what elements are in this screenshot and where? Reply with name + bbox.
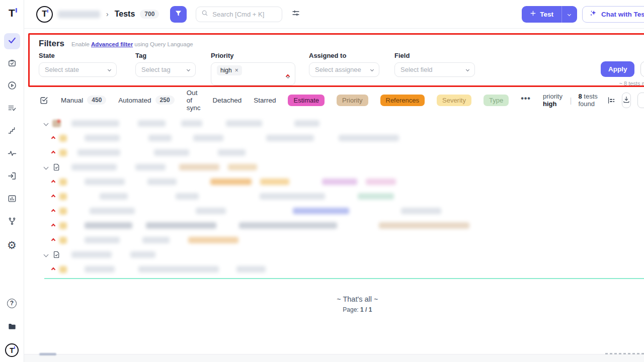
search-input[interactable]: Search [Cmd + K] (196, 7, 282, 22)
tab-automated[interactable]: Automated250 (118, 96, 174, 105)
test-row[interactable] (44, 218, 644, 233)
apply-button[interactable]: Apply (601, 61, 635, 77)
sliders-icon (291, 9, 300, 20)
manual-count-badge: 450 (87, 96, 106, 105)
suite-tag-icon (52, 120, 61, 127)
pulse-icon (7, 148, 17, 160)
priority-high-icon (51, 238, 55, 242)
search-icon (201, 10, 208, 19)
new-test-dropdown-button[interactable] (562, 6, 577, 23)
plus-icon (530, 10, 536, 18)
sidebar-item-docs[interactable] (4, 319, 20, 335)
pill-priority[interactable]: Priority (337, 95, 368, 106)
tests-count-badge: 700 (140, 10, 159, 19)
sidebar-item-tests[interactable] (4, 33, 20, 49)
test-row[interactable] (44, 131, 644, 145)
download-icon (622, 96, 630, 105)
list-toolbar: Manual450 Automated250 Out of sync Detac… (24, 87, 644, 113)
remove-chip-icon[interactable]: × (235, 67, 238, 74)
test-row[interactable] (44, 145, 644, 160)
chevron-down-icon (44, 121, 49, 126)
state-label: State (39, 52, 117, 59)
download-button[interactable] (622, 93, 631, 108)
tab-detached[interactable]: Detached (212, 97, 242, 104)
sidebar-item-help[interactable]: ? (4, 295, 20, 311)
sidebar-item-branches[interactable] (4, 214, 20, 230)
chevron-down-icon (108, 68, 111, 71)
filter-field-field: Field Select field (394, 52, 475, 86)
chevron-down-icon (44, 252, 49, 257)
star-icon-blurred (59, 208, 67, 215)
test-row[interactable] (44, 189, 644, 204)
sidebar-item-runs[interactable] (4, 78, 20, 95)
priority-high-icon (51, 209, 55, 213)
filter-toggle-button[interactable] (170, 6, 187, 23)
tag-select[interactable]: Select tag (135, 62, 196, 77)
pill-estimate[interactable]: Estimate (288, 95, 325, 106)
field-label: Field (394, 52, 475, 59)
new-test-button[interactable]: Test (522, 6, 562, 23)
suite-row[interactable] (44, 116, 644, 131)
priority-high-icon (51, 194, 55, 198)
tab-manual[interactable]: Manual450 (61, 96, 106, 105)
bottom-strip (24, 354, 644, 362)
test-row[interactable] (44, 174, 644, 189)
project-logo[interactable]: T (36, 6, 53, 23)
tag-label: Tag (135, 52, 196, 59)
test-row[interactable] (44, 204, 644, 218)
filters-panel: Filters Enable Advanced filter using Que… (28, 33, 644, 87)
star-icon-blurred (59, 222, 67, 229)
tree-view-toggle[interactable] (607, 96, 615, 105)
pill-severity[interactable]: Severity (437, 95, 471, 106)
test-row[interactable] (44, 262, 644, 277)
sidebar-item-plans[interactable] (4, 101, 20, 117)
sidebar-item-analytics[interactable] (4, 192, 20, 208)
column-settings-button[interactable] (291, 9, 300, 20)
reset-button[interactable]: Reset (637, 93, 644, 108)
pill-type[interactable]: Type (484, 95, 509, 106)
priority-select[interactable]: high × (211, 62, 295, 85)
widget-peek[interactable] (39, 353, 56, 355)
select-all-checkbox[interactable] (39, 96, 49, 105)
star-icon-blurred (59, 149, 67, 156)
funnel-icon (175, 10, 182, 19)
sidebar-item-settings[interactable]: ⚙ (4, 237, 20, 253)
tab-starred[interactable]: Starred (254, 97, 276, 104)
filters-hint: Enable Advanced filter using Query Langu… (71, 41, 193, 47)
chat-with-tests-button[interactable]: Chat with Tests (582, 6, 644, 23)
filters-row: State Select state Tag Select tag Priori… (39, 52, 644, 86)
brand-logo: T (9, 7, 15, 22)
pagination-text: Page: 1 / 1 (24, 306, 644, 313)
briefcase-check-icon (7, 58, 17, 70)
chevron-down-icon (466, 68, 469, 71)
advanced-filter-link[interactable]: Advanced filter (91, 41, 133, 47)
assignee-select[interactable]: Select assignee (309, 62, 379, 77)
suite-row[interactable] (44, 247, 644, 262)
thats-all-text: ~ That's all ~ (24, 295, 644, 303)
priority-high-icon (51, 223, 55, 227)
project-name-blurred[interactable] (58, 11, 100, 18)
import-icon (7, 171, 17, 183)
tab-out-of-sync[interactable]: Out of sync (187, 89, 201, 112)
brand-avatar[interactable]: T (5, 343, 19, 357)
sidebar-item-suites[interactable] (4, 56, 20, 72)
priority-chip-high[interactable]: high × (217, 65, 242, 75)
search-placeholder: Search [Cmd + K] (212, 11, 264, 18)
pill-references[interactable]: References (380, 95, 425, 106)
sidebar-item-steps[interactable] (4, 124, 20, 140)
state-select[interactable]: Select state (39, 62, 117, 77)
sidebar-item-import[interactable] (4, 169, 20, 185)
sidebar-item-pulse[interactable] (4, 146, 20, 162)
page-title[interactable]: Tests (115, 10, 135, 19)
test-row[interactable] (44, 233, 644, 247)
suite-row[interactable] (44, 160, 644, 174)
priority-high-icon (51, 150, 55, 154)
help-icon: ? (7, 299, 17, 308)
cancel-button[interactable]: Cancel (640, 61, 644, 77)
priority-high-icon (51, 267, 55, 271)
toolbar-more-button[interactable]: ••• (521, 94, 531, 106)
main-area: T › Tests 700 Search [Cmd + K] Test (24, 0, 644, 362)
field-select[interactable]: Select field (394, 62, 475, 77)
filter-actions: Apply Cancel ~ 8 tests matched (601, 52, 644, 86)
branch-icon (7, 216, 17, 228)
